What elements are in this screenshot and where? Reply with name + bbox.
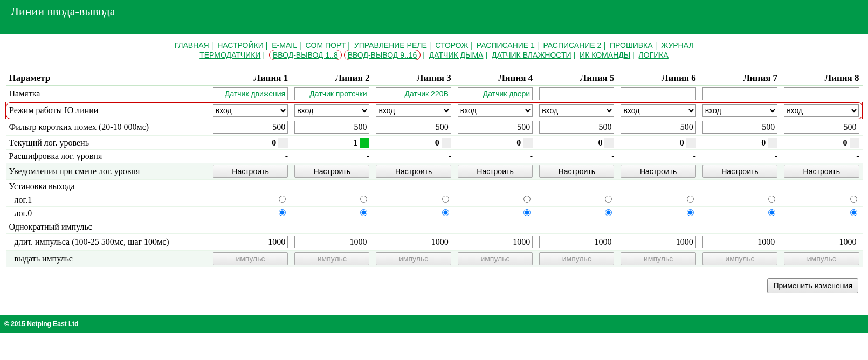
pulse-dur-input-4[interactable] xyxy=(458,236,533,248)
memo-input-2[interactable] xyxy=(294,87,369,100)
filter-input-6[interactable] xyxy=(621,121,695,134)
radio-log0-6[interactable] xyxy=(687,209,694,216)
level-indicator-2 xyxy=(360,138,369,148)
nav-io-9-16[interactable]: ВВОД-ВЫВОД 9..16 xyxy=(348,51,417,59)
filter-input-2[interactable] xyxy=(294,121,369,134)
mode-select-7[interactable]: входвыходвыход лог. xyxy=(702,104,777,117)
radio-log1-1[interactable] xyxy=(279,196,286,203)
mode-select-8[interactable]: входвыходвыход лог. xyxy=(784,104,859,117)
filter-input-1[interactable] xyxy=(213,121,288,134)
pulse-dur-input-5[interactable] xyxy=(539,236,614,248)
nav-thermo[interactable]: ТЕРМОДАТЧИКИ xyxy=(199,51,260,59)
level-value-1: 0 xyxy=(272,138,276,148)
nav-email[interactable]: E-MAIL xyxy=(272,41,297,50)
mode-select-6[interactable]: входвыходвыход лог. xyxy=(621,104,695,117)
pulse-dur-input-3[interactable] xyxy=(376,236,451,248)
decode-value-6: - xyxy=(693,151,695,161)
nav-sched1[interactable]: РАСПИСАНИЕ 1 xyxy=(477,41,535,50)
nav-humidity[interactable]: ДАТЧИК ВЛАЖНОСТИ xyxy=(492,51,571,59)
header-line-2: Линия 2 xyxy=(291,71,373,86)
radio-log0-7[interactable] xyxy=(768,209,775,216)
radio-log1-4[interactable] xyxy=(523,196,531,203)
level-value-8: 0 xyxy=(843,138,848,148)
radio-log0-8[interactable] xyxy=(850,209,857,216)
memo-input-4[interactable] xyxy=(458,87,533,100)
header-line-4: Линия 4 xyxy=(454,71,536,86)
pulse-btn-8[interactable]: импульс xyxy=(784,252,859,265)
pulse-btn-4[interactable]: импульс xyxy=(458,252,533,265)
notify-btn-3[interactable]: Настроить xyxy=(376,165,451,178)
radio-log1-7[interactable] xyxy=(768,196,775,203)
label-log1: лог.1 xyxy=(15,195,32,204)
pulse-dur-input-1[interactable] xyxy=(213,236,288,248)
notify-btn-2[interactable]: Настроить xyxy=(294,165,369,178)
notify-btn-8[interactable]: Настроить xyxy=(784,165,859,178)
header-line-7: Линия 7 xyxy=(699,71,781,86)
mode-select-1[interactable]: входвыходвыход лог. xyxy=(213,104,288,117)
pulse-dur-input-7[interactable] xyxy=(702,236,777,248)
notify-btn-1[interactable]: Настроить xyxy=(213,165,288,178)
nav-io-1-8[interactable]: ВВОД-ВЫВОД 1..8 xyxy=(273,51,338,59)
radio-log1-5[interactable] xyxy=(605,196,612,203)
level-value-4: 0 xyxy=(516,138,521,148)
nav-relay[interactable]: УПРАВЛЕНИЕ РЕЛЕ xyxy=(354,41,427,50)
pulse-dur-input-6[interactable] xyxy=(621,236,695,248)
filter-input-4[interactable] xyxy=(458,121,533,134)
notify-btn-4[interactable]: Настроить xyxy=(458,165,533,178)
pulse-btn-3[interactable]: импульс xyxy=(376,252,451,265)
nav-comport[interactable]: COM ПОРТ xyxy=(305,41,346,50)
radio-log0-3[interactable] xyxy=(442,209,449,216)
nav-row-1: ГЛАВНАЯ| НАСТРОЙКИ| E-MAIL| COM ПОРТ| УП… xyxy=(0,41,868,50)
filter-input-8[interactable] xyxy=(784,121,859,134)
decode-value-7: - xyxy=(775,151,777,161)
nav-smoke[interactable]: ДАТЧИК ДЫМА xyxy=(429,51,484,59)
nav-settings[interactable]: НАСТРОЙКИ xyxy=(217,41,264,50)
filter-input-3[interactable] xyxy=(376,121,451,134)
pulse-dur-input-2[interactable] xyxy=(294,236,369,248)
memo-input-8[interactable] xyxy=(784,87,859,100)
notify-btn-7[interactable]: Настроить xyxy=(702,165,777,178)
nav-log[interactable]: ЖУРНАЛ xyxy=(661,41,693,50)
memo-input-5[interactable] xyxy=(539,87,614,100)
pulse-btn-2[interactable]: импульс xyxy=(294,252,369,265)
radio-log1-6[interactable] xyxy=(687,196,694,203)
radio-log0-4[interactable] xyxy=(523,209,531,216)
nav-watchdog[interactable]: СТОРОЖ xyxy=(435,41,468,50)
apply-button[interactable]: Применить изменения xyxy=(767,278,858,293)
notify-btn-6[interactable]: Настроить xyxy=(621,165,695,178)
mode-select-3[interactable]: входвыходвыход лог. xyxy=(376,104,451,117)
nav-main[interactable]: ГЛАВНАЯ xyxy=(174,41,209,50)
label-setout: Установка выхода xyxy=(9,182,75,191)
label-log0: лог.0 xyxy=(15,209,32,218)
filter-input-7[interactable] xyxy=(702,121,777,134)
radio-log1-2[interactable] xyxy=(360,196,367,203)
memo-input-6[interactable] xyxy=(621,87,695,100)
mode-select-4[interactable]: входвыходвыход лог. xyxy=(458,104,533,117)
nav-logic[interactable]: ЛОГИКА xyxy=(639,51,669,59)
level-indicator-8 xyxy=(850,138,859,148)
memo-input-3[interactable] xyxy=(376,87,451,100)
pulse-btn-5[interactable]: импульс xyxy=(539,252,614,265)
label-pulse-hdr: Однократный импульс xyxy=(9,222,92,231)
pulse-btn-6[interactable]: импульс xyxy=(621,252,695,265)
pulse-dur-input-8[interactable] xyxy=(784,236,859,248)
radio-log0-1[interactable] xyxy=(279,209,286,216)
notify-btn-5[interactable]: Настроить xyxy=(539,165,614,178)
radio-log1-3[interactable] xyxy=(442,196,449,203)
header-line-6: Линия 6 xyxy=(617,71,699,86)
filter-input-5[interactable] xyxy=(539,121,614,134)
level-indicator-6 xyxy=(686,138,696,148)
memo-input-1[interactable] xyxy=(213,87,288,100)
radio-log0-5[interactable] xyxy=(605,209,612,216)
nav-sched2[interactable]: РАСПИСАНИЕ 2 xyxy=(543,41,601,50)
nav-ir[interactable]: ИК КОМАНДЫ xyxy=(580,51,630,59)
mode-select-5[interactable]: входвыходвыход лог. xyxy=(539,104,614,117)
decode-value-5: - xyxy=(611,151,614,161)
pulse-btn-7[interactable]: импульс xyxy=(702,252,777,265)
radio-log0-2[interactable] xyxy=(360,209,367,216)
nav-firmware[interactable]: ПРОШИВКА xyxy=(610,41,653,50)
memo-input-7[interactable] xyxy=(702,87,777,100)
mode-select-2[interactable]: входвыходвыход лог. xyxy=(294,104,369,117)
pulse-btn-1[interactable]: импульс xyxy=(213,252,288,265)
radio-log1-8[interactable] xyxy=(850,196,857,203)
